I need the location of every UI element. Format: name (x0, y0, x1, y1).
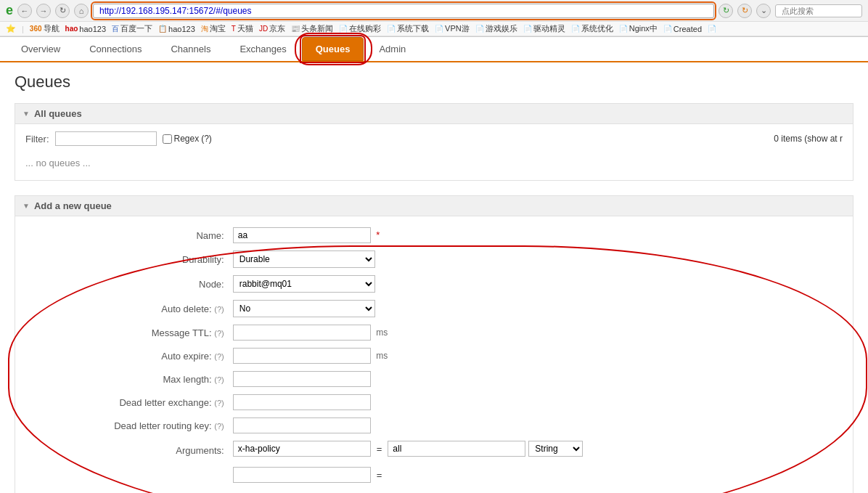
address-bar[interactable] (93, 4, 714, 18)
bookmark-star[interactable]: ⭐ (6, 24, 16, 33)
node-row: Node: rabbit@mq01 (25, 272, 843, 296)
name-input[interactable] (233, 227, 371, 243)
bookmark-jd[interactable]: JD京东 (259, 23, 285, 34)
auto-delete-select[interactable]: No Yes (233, 300, 375, 317)
bookmark-tianmao[interactable]: T天猫 (232, 23, 253, 34)
filter-label: Filter: (25, 134, 49, 144)
regex-help[interactable]: (?) (201, 134, 212, 144)
regex-label: Regex (174, 134, 200, 144)
bookmark-download[interactable]: 📄系统下载 (387, 23, 429, 34)
arg1-val-input[interactable] (388, 441, 525, 457)
dead-letter-routing-cell (229, 414, 843, 437)
dead-letter-exchange-label: Dead letter exchange: (?) (25, 391, 229, 414)
add-queue-body: Name: * Durability: Durable Transient (15, 216, 853, 493)
message-ttl-unit: ms (376, 327, 388, 338)
dead-letter-exchange-input[interactable] (233, 394, 371, 410)
node-select[interactable]: rabbit@mq01 (233, 275, 375, 293)
regex-checkbox[interactable] (163, 134, 172, 144)
all-queues-arrow: ▼ (22, 110, 30, 118)
bookmark-more[interactable]: 📄 (708, 25, 716, 33)
auto-expire-label: Auto expire: (?) (25, 344, 229, 367)
tab-exchanges[interactable]: Exchanges (226, 37, 300, 61)
bookmark-toutiao[interactable]: 📰头条新闻 (291, 23, 333, 34)
dead-letter-routing-input[interactable] (233, 417, 371, 433)
durability-row: Durability: Durable Transient (25, 247, 843, 272)
max-length-row: Max length: (?) (25, 367, 843, 391)
tab-connections[interactable]: Connections (75, 37, 155, 61)
auto-expire-help[interactable]: (?) (214, 352, 224, 361)
name-row: Name: * (25, 224, 843, 247)
dead-letter-exchange-help[interactable]: (?) (214, 399, 224, 407)
add-queue-form: Name: * Durability: Durable Transient (25, 224, 843, 493)
reload-button[interactable]: ↻ (737, 4, 752, 18)
page-title: Queues (15, 73, 853, 91)
message-ttl-row: Message TTL: (?) ms (25, 321, 843, 344)
bookmark-taobao[interactable]: 淘淘宝 (201, 23, 226, 34)
arg1-key-input[interactable] (233, 441, 371, 457)
arguments-row-3: = String Number Boolean List (25, 489, 843, 493)
browser-chrome: e ← → ↻ ⌂ ↻ ↻ ⌄ ⭐ | 360导航 haohao123 百百度一… (0, 0, 868, 37)
message-ttl-cell: ms (229, 321, 843, 344)
bookmark-created[interactable]: 📄Created (663, 25, 702, 33)
arguments-cell-1: = String Number Boolean List (229, 437, 843, 463)
bookmarks-bar: ⭐ | 360导航 haohao123 百百度一下 📋hao123 淘淘宝 T天… (0, 22, 868, 36)
auto-expire-input[interactable] (233, 348, 371, 364)
auto-delete-row: Auto delete: (?) No Yes (25, 296, 843, 321)
arguments-label: Arguments: (25, 437, 229, 463)
args-row-1: = String Number Boolean List (233, 441, 838, 457)
nav-dropdown[interactable]: ⌄ (756, 4, 771, 18)
add-queue-title: Add a new queue (34, 200, 112, 211)
max-length-input[interactable] (233, 371, 371, 387)
message-ttl-label: Message TTL: (?) (25, 321, 229, 344)
filter-input[interactable] (55, 131, 157, 146)
auto-expire-row: Auto expire: (?) ms (25, 344, 843, 367)
bookmark-hao123a[interactable]: haohao123 (65, 25, 107, 33)
browser-search[interactable] (775, 4, 862, 17)
bookmark-baidu[interactable]: 百百度一下 (112, 23, 152, 34)
dead-letter-routing-label: Dead letter routing key: (?) (25, 414, 229, 437)
name-required: * (376, 229, 380, 240)
back-button[interactable]: ← (17, 4, 32, 18)
arguments-cell-2: = (229, 463, 843, 489)
arguments-row-1: Arguments: = String Number Boolean List (25, 437, 843, 463)
durability-select[interactable]: Durable Transient (233, 250, 375, 268)
bookmark-game[interactable]: 📄游戏娱乐 (475, 23, 517, 34)
bookmark-hao123b[interactable]: 📋hao123 (158, 25, 195, 33)
items-count: 0 items (show at r (774, 134, 843, 144)
bookmark-vpn[interactable]: 📄VPN游 (435, 23, 470, 34)
dead-letter-routing-help[interactable]: (?) (214, 422, 224, 431)
auto-delete-help[interactable]: (?) (214, 305, 224, 314)
bookmark-driver[interactable]: 📄驱动精灵 (523, 23, 565, 34)
auto-expire-cell: ms (229, 344, 843, 367)
all-queues-section: ▼ All queues Filter: Regex (?) 0 items (… (15, 103, 853, 181)
refresh-button[interactable]: ↻ (55, 4, 70, 18)
arguments-label-3 (25, 489, 229, 493)
add-queue-arrow: ▼ (22, 202, 30, 210)
all-queues-header[interactable]: ▼ All queues (15, 104, 853, 124)
home-button[interactable]: ⌂ (74, 4, 89, 18)
dead-letter-routing-row: Dead letter routing key: (?) (25, 414, 843, 437)
arguments-label-2 (25, 463, 229, 489)
arg1-eq: = (377, 444, 382, 455)
refresh-alt-button[interactable]: ↻ (718, 4, 733, 18)
arguments-row-2: = (25, 463, 843, 489)
add-queue-header[interactable]: ▼ Add a new queue (15, 196, 853, 216)
tab-overview[interactable]: Overview (7, 37, 74, 61)
bookmark-lottery[interactable]: 📄在线购彩 (339, 23, 381, 34)
bookmark-optimize[interactable]: 📄系统优化 (571, 23, 613, 34)
bookmark-nginx[interactable]: 📄Nginx中 (619, 23, 658, 34)
app-header: Overview Connections Channels Exchanges … (0, 37, 868, 62)
message-ttl-input[interactable] (233, 325, 371, 341)
tab-queues[interactable]: Queues (302, 37, 364, 61)
arg1-type-select[interactable]: String Number Boolean List (528, 441, 583, 457)
message-ttl-help[interactable]: (?) (214, 329, 224, 338)
tab-channels[interactable]: Channels (157, 37, 224, 61)
bookmark-360[interactable]: 360导航 (30, 23, 60, 34)
tab-admin[interactable]: Admin (365, 37, 419, 61)
regex-checkbox-group: Regex (?) (163, 134, 212, 144)
arg2-eq: = (377, 470, 382, 481)
forward-button[interactable]: → (36, 4, 51, 18)
arg2-key-input[interactable] (233, 467, 371, 483)
browser-logo: e (6, 3, 13, 18)
max-length-help[interactable]: (?) (214, 375, 224, 384)
